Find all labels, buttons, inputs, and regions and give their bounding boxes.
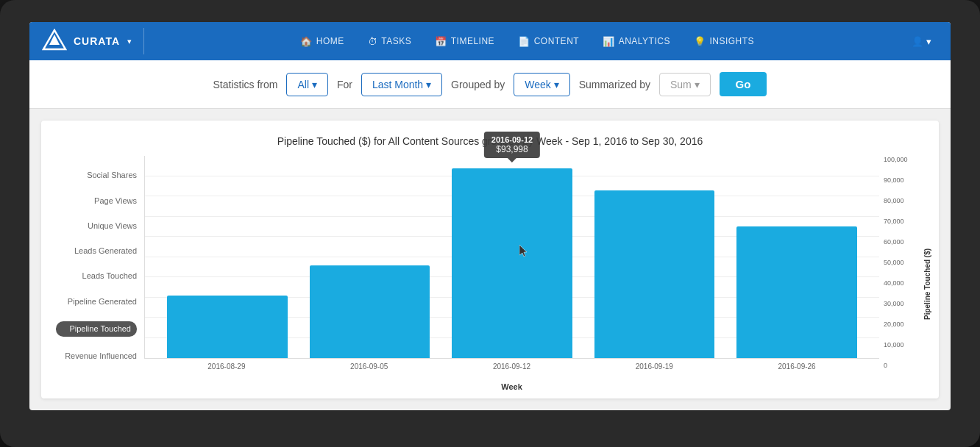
- tasks-icon: ⏱: [368, 36, 378, 47]
- user-menu[interactable]: 👤 ▾: [904, 32, 939, 51]
- x-axis-title: Week: [144, 382, 879, 391]
- legend-page-views[interactable]: Page Views: [56, 196, 137, 207]
- bar-group-1: [167, 156, 288, 358]
- week-value: Week ▾: [525, 79, 558, 90]
- y-label-100k: 100,000: [884, 156, 923, 163]
- nav-menu: 🏠 HOME ⏱ TASKS 📅 TIMELINE 📄 CONTENT 📊: [150, 32, 904, 51]
- bar-3[interactable]: 2016-09-12 $93,998: [452, 168, 572, 359]
- bar-group-5: [736, 156, 857, 358]
- nav-content[interactable]: 📄 CONTENT: [508, 32, 589, 51]
- sum-dropdown[interactable]: Sum ▾: [659, 73, 711, 96]
- y-label-80k: 80,000: [884, 197, 923, 204]
- chart-legend: Social Shares Page Views Unique Views Le…: [49, 156, 144, 391]
- stats-from-label: Statistics from: [213, 79, 278, 90]
- insights-icon: 💡: [694, 36, 706, 47]
- legend-pipeline-touched[interactable]: Pipeline Touched: [56, 321, 137, 337]
- nav-brand: CURATA ▾: [41, 28, 144, 54]
- y-label-10k: 10,000: [884, 341, 923, 348]
- go-button[interactable]: Go: [720, 72, 767, 96]
- legend-pipeline-generated[interactable]: Pipeline Generated: [56, 296, 137, 307]
- legend-leads-generated[interactable]: Leads Generated: [56, 246, 137, 257]
- analytics-icon: 📊: [603, 36, 615, 47]
- week-dropdown[interactable]: Week ▾: [514, 73, 569, 96]
- x-label-1: 2016-08-29: [166, 362, 287, 381]
- grouped-by-label: Grouped by: [451, 79, 505, 90]
- nav-analytics-label: ANALYTICS: [619, 36, 670, 46]
- all-value: All ▾: [297, 79, 316, 90]
- laptop-frame: CURATA ▾ 🏠 HOME ⏱ TASKS 📅 TIMELINE 📄: [0, 0, 980, 447]
- chart-main: 2016-09-12 $93,998: [144, 156, 879, 391]
- x-label-2: 2016-09-05: [309, 362, 430, 381]
- legend-unique-views[interactable]: Unique Views: [56, 221, 137, 232]
- y-axis-title-right: Pipeline Touched ($): [923, 156, 931, 391]
- for-label: For: [337, 79, 352, 90]
- period-value: Last Month ▾: [372, 79, 431, 90]
- nav-insights[interactable]: 💡 INSIGHTS: [683, 32, 764, 51]
- navbar: CURATA ▾ 🏠 HOME ⏱ TASKS 📅 TIMELINE 📄: [29, 22, 951, 60]
- nav-content-label: CONTENT: [534, 36, 580, 46]
- nav-tasks-label: TASKS: [381, 36, 411, 46]
- bar-group-4: [594, 156, 715, 358]
- chart-tooltip: 2016-09-12 $93,998: [484, 132, 540, 158]
- nav-timeline-label: TIMELINE: [451, 36, 494, 46]
- x-axis: 2016-08-29 2016-09-05 2016-09-12 2016-09…: [144, 359, 879, 381]
- x-label-3: 2016-09-12: [452, 362, 572, 381]
- y-axis-right-wrapper: 100,000 90,000 80,000 70,000 60,000 50,0…: [879, 156, 931, 391]
- chart-container: Pipeline Touched ($) for All Content Sou…: [41, 121, 939, 398]
- x-label-5: 2016-09-26: [736, 362, 857, 381]
- period-dropdown[interactable]: Last Month ▾: [361, 73, 442, 96]
- nav-insights-label: INSIGHTS: [709, 36, 754, 46]
- bar-4[interactable]: [594, 190, 715, 358]
- nav-tasks[interactable]: ⏱ TASKS: [358, 32, 422, 51]
- nav-home-label: HOME: [316, 36, 344, 46]
- y-label-30k: 30,000: [884, 300, 923, 307]
- y-label-40k: 40,000: [884, 279, 923, 287]
- bar-group-2: [310, 156, 430, 358]
- chart-body: Social Shares Page Views Unique Views Le…: [49, 156, 931, 391]
- bar-group-3: 2016-09-12 $93,998: [452, 156, 572, 358]
- sum-value: Sum ▾: [670, 79, 700, 90]
- nav-home[interactable]: 🏠 HOME: [290, 32, 355, 51]
- legend-social-shares[interactable]: Social Shares: [56, 170, 137, 181]
- bar-1[interactable]: [167, 296, 288, 358]
- all-dropdown[interactable]: All ▾: [286, 73, 327, 96]
- home-icon: 🏠: [300, 36, 313, 47]
- y-label-70k: 70,000: [884, 218, 923, 225]
- tooltip-value: $93,998: [491, 144, 533, 154]
- timeline-icon: 📅: [435, 36, 447, 47]
- y-label-60k: 60,000: [884, 238, 923, 246]
- y-label-90k: 90,000: [884, 176, 923, 184]
- bar-5[interactable]: [736, 226, 857, 358]
- content-icon: 📄: [518, 36, 530, 47]
- nav-timeline[interactable]: 📅 TIMELINE: [425, 32, 505, 51]
- brand-name: CURATA: [74, 35, 120, 47]
- filter-bar: Statistics from All ▾ For Last Month ▾ G…: [29, 60, 951, 109]
- y-label-20k: 20,000: [884, 321, 923, 328]
- brand-dropdown-icon[interactable]: ▾: [127, 37, 132, 46]
- y-label-0: 0: [884, 362, 923, 369]
- legend-revenue-influenced[interactable]: Revenue Influenced: [56, 351, 137, 362]
- screen: CURATA ▾ 🏠 HOME ⏱ TASKS 📅 TIMELINE 📄: [29, 22, 951, 410]
- summarized-by-label: Summarized by: [579, 79, 650, 90]
- tooltip-date: 2016-09-12: [491, 135, 533, 144]
- logo-icon: [41, 28, 68, 54]
- y-axis-right: 100,000 90,000 80,000 70,000 60,000 50,0…: [879, 156, 923, 391]
- legend-leads-touched[interactable]: Leads Touched: [56, 271, 137, 282]
- bars-area: 2016-09-12 $93,998: [145, 156, 879, 358]
- bar-2[interactable]: [310, 265, 430, 359]
- y-label-50k: 50,000: [884, 259, 923, 266]
- chart-plot: 2016-09-12 $93,998: [144, 156, 879, 359]
- x-label-4: 2016-09-19: [594, 362, 714, 381]
- nav-analytics[interactable]: 📊 ANALYTICS: [592, 32, 681, 51]
